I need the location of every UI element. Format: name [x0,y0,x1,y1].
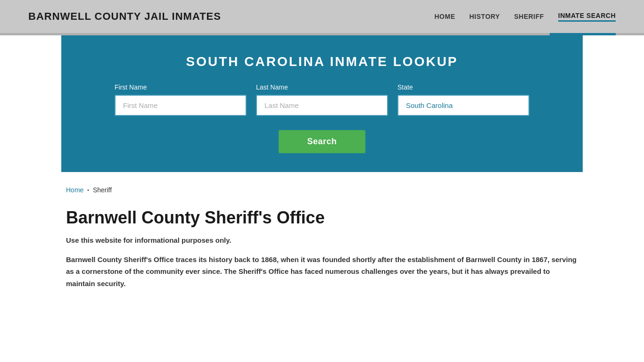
search-button[interactable]: Search [279,130,365,153]
state-field-group: State [397,83,529,116]
breadcrumb-separator: • [87,188,89,193]
header-bottom-bar [0,33,644,35]
nav-sheriff[interactable]: SHERIFF [514,13,544,20]
state-label: State [397,83,529,91]
info-text: Use this website for informational purpo… [66,235,578,246]
last-name-label: Last Name [256,83,388,91]
first-name-field-group: First Name [115,83,247,116]
nav-inmate-search[interactable]: INMATE SEARCH [558,12,616,22]
site-title: BARNWELL COUNTY JAIL INMATES [28,10,221,23]
page-title: Barnwell County Sheriff's Office [66,208,578,228]
main-nav: HOME HISTORY SHERIFF INMATE SEARCH [435,12,616,22]
active-nav-underline [550,33,616,35]
first-name-label: First Name [115,83,247,91]
search-hero-section: SOUTH CAROLINA INMATE LOOKUP First Name … [61,35,583,172]
nav-history[interactable]: HISTORY [470,13,500,20]
breadcrumb-home[interactable]: Home [66,186,83,194]
description-text: Barnwell County Sheriff's Office traces … [66,254,578,290]
state-input[interactable] [397,95,529,116]
search-fields-row: First Name Last Name State [90,83,554,116]
nav-home[interactable]: HOME [435,13,455,20]
breadcrumb: Home • Sheriff [66,186,578,194]
last-name-input[interactable] [256,95,388,116]
search-hero-title: SOUTH CAROLINA INMATE LOOKUP [90,54,554,69]
last-name-field-group: Last Name [256,83,388,116]
first-name-input[interactable] [115,95,247,116]
main-content: Home • Sheriff Barnwell County Sheriff's… [0,172,644,311]
breadcrumb-current: Sheriff [93,186,112,194]
site-header: BARNWELL COUNTY JAIL INMATES HOME HISTOR… [0,0,644,33]
search-form: First Name Last Name State Search [90,83,554,153]
